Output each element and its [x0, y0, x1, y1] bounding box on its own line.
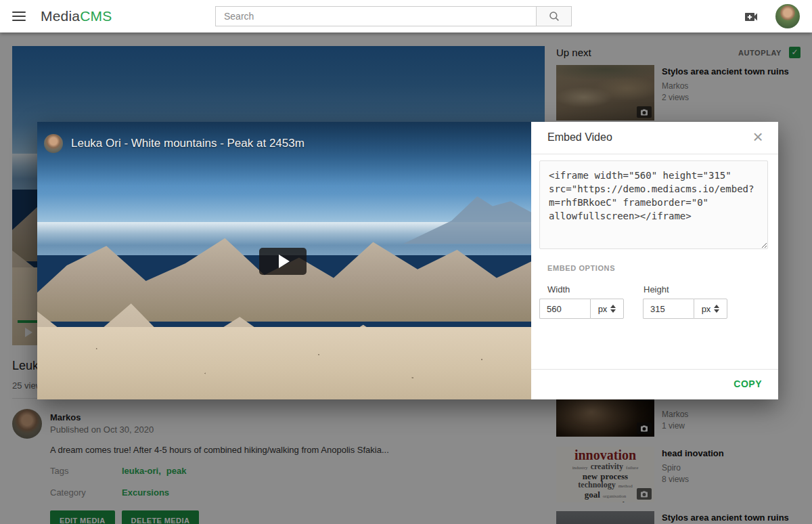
embed-code-textarea[interactable]: <iframe width="560" height="315" src="ht… — [539, 160, 768, 249]
spinner-arrows-icon — [610, 305, 616, 313]
width-field: px — [539, 299, 624, 319]
embed-preview-player[interactable]: Leuka Ori - White mountains - Peak at 24… — [37, 122, 531, 399]
width-unit-select[interactable]: px — [590, 299, 624, 319]
close-button[interactable]: × — [748, 127, 767, 146]
height-label: Height — [644, 284, 669, 294]
videocam-plus-icon — [743, 9, 759, 25]
close-icon: × — [752, 127, 763, 147]
embed-panel: Embed Video × <iframe width="560" height… — [531, 122, 778, 399]
app-header: MediaCMS — [0, 0, 812, 32]
preview-title-overlay: Leuka Ori - White mountains - Peak at 24… — [44, 134, 304, 153]
height-unit-value: px — [702, 304, 711, 314]
embed-panel-footer: COPY — [531, 369, 778, 399]
preview-avatar — [44, 134, 63, 153]
embed-panel-header: Embed Video × — [531, 122, 778, 154]
logo-cms: CMS — [80, 8, 112, 24]
width-unit-value: px — [598, 304, 608, 314]
height-input[interactable] — [643, 299, 694, 319]
copy-button[interactable]: COPY — [734, 378, 762, 389]
embed-options-label: EMBED OPTIONS — [547, 264, 615, 272]
play-icon — [279, 255, 290, 268]
width-label: Width — [547, 284, 570, 294]
search-input[interactable] — [215, 6, 536, 26]
preview-top-gradient — [37, 122, 531, 186]
logo[interactable]: MediaCMS — [41, 8, 112, 24]
user-avatar[interactable] — [775, 4, 800, 28]
modal-title: Embed Video — [547, 131, 612, 144]
embed-dialog: Leuka Ori - White mountains - Peak at 24… — [37, 122, 778, 399]
height-unit-select[interactable]: px — [694, 299, 727, 319]
height-field: px — [643, 299, 727, 319]
search-icon — [548, 10, 560, 22]
width-input[interactable] — [539, 299, 590, 319]
spinner-arrows-icon — [714, 305, 719, 313]
search-bar — [215, 6, 572, 26]
preview-video-title: Leuka Ori - White mountains - Peak at 24… — [71, 137, 304, 150]
search-button[interactable] — [536, 6, 572, 26]
preview-play-button[interactable] — [259, 248, 307, 275]
menu-button[interactable] — [12, 12, 26, 21]
logo-media: Media — [41, 8, 80, 24]
upload-video-button[interactable] — [743, 9, 759, 24]
preview-foreground — [37, 327, 531, 399]
